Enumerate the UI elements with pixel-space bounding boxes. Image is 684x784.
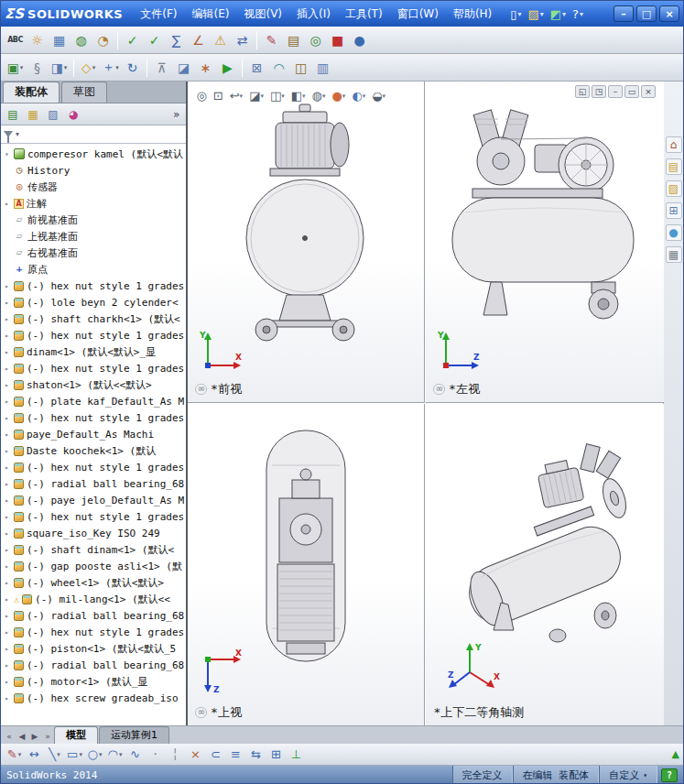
simulation-icon[interactable]: ▶: [217, 57, 238, 78]
menu-help[interactable]: 帮助(H): [447, 4, 498, 25]
expand-arrow-icon[interactable]: ▸: [3, 430, 11, 439]
expand-arrow-icon[interactable]: ▸: [3, 397, 11, 406]
tree-item[interactable]: ▸(-) hex nut style 1 grades: [3, 327, 186, 343]
menu-window[interactable]: 窗口(W): [391, 4, 445, 25]
tree-item[interactable]: ▸shaton<1> (默认<<默认>: [3, 376, 186, 393]
expand-arrow-icon[interactable]: ▸: [3, 694, 11, 702]
tree-item[interactable]: ▸(-) piston<1> (默认<默认_5: [3, 640, 186, 657]
rectangle-icon[interactable]: ▭▾: [65, 745, 84, 764]
last-tab-button[interactable]: »: [41, 729, 54, 744]
filter-caret-icon[interactable]: ▾: [16, 130, 19, 138]
menu-view[interactable]: 视图(V): [237, 4, 288, 25]
expand-arrow-icon[interactable]: ▸: [3, 480, 11, 488]
propertymanager-tab-icon[interactable]: ▦: [24, 105, 42, 124]
compare-icon[interactable]: ⇄: [232, 29, 253, 50]
spelling-icon[interactable]: ABC: [5, 29, 26, 50]
graphics-area[interactable]: ◎⊡↩▾◪▾◫▾◧▾◍▾●▾◐▾◒▾ ◱◳–▭×: [188, 82, 663, 725]
expand-arrow-icon[interactable]: ▸: [3, 200, 11, 208]
tree-item[interactable]: ◷History: [3, 162, 186, 179]
minimize-doc-icon[interactable]: –: [608, 85, 623, 98]
paperclip-icon[interactable]: §: [27, 57, 48, 78]
menu-edit[interactable]: 编辑(E): [186, 4, 236, 25]
hide-show-icon[interactable]: ◍▾: [309, 86, 329, 105]
dimxpert-tab-icon[interactable]: ◕: [64, 105, 82, 124]
close-doc-icon[interactable]: ×: [641, 85, 656, 98]
measure-icon[interactable]: ∠: [188, 29, 209, 50]
section-view-icon[interactable]: ◪▾: [246, 86, 266, 105]
filter-icon[interactable]: [4, 131, 13, 137]
check-doc-icon[interactable]: ✓: [144, 29, 165, 50]
expand-arrow-icon[interactable]: ▸: [3, 513, 11, 521]
expand-arrow-icon[interactable]: ▸: [3, 332, 11, 340]
configurations-tab-icon[interactable]: ▨: [44, 105, 62, 124]
top-view-drawing[interactable]: [228, 427, 384, 670]
curvature-icon[interactable]: ◠: [268, 57, 289, 78]
expand-arrow-icon[interactable]: ▸: [3, 529, 11, 538]
next-tab-button[interactable]: ▶: [28, 729, 41, 744]
menu-tools[interactable]: 工具(T): [339, 4, 389, 25]
centerline-icon[interactable]: ╎: [166, 745, 185, 764]
viewport-top[interactable]: X Z ∞ *上视: [188, 404, 425, 725]
tree-item[interactable]: ▸(-) gap pooste asli<1> (默: [3, 558, 186, 574]
insert-component-icon[interactable]: ▣▾: [5, 57, 26, 78]
tree-item[interactable]: ▸square_iso_Key ISO 249: [3, 525, 186, 541]
help-icon[interactable]: ?▾: [570, 5, 586, 23]
front-view-drawing[interactable]: [219, 99, 393, 348]
line-icon[interactable]: ╲▾: [45, 745, 64, 764]
tree-item[interactable]: ▸(-) hex nut style 1 grades: [3, 624, 186, 640]
tree-item[interactable]: ▸(-) paye jelo_Default_As M: [3, 492, 186, 508]
mate-icon[interactable]: ◇▾: [78, 57, 99, 78]
tree-item[interactable]: ▸(-) motor<1> (默认_显: [3, 673, 186, 690]
tree-root-item[interactable]: ▾ comperesor kamel (默认<默认: [3, 146, 186, 162]
sketch-icon[interactable]: ✎▾: [5, 745, 24, 764]
view-settings-icon[interactable]: ◒▾: [369, 86, 388, 105]
design-library-icon[interactable]: ▤: [666, 158, 682, 175]
apply-scene-icon[interactable]: ◐▾: [349, 86, 368, 105]
restore-right-icon[interactable]: ◳: [592, 85, 606, 98]
expand-arrow-icon[interactable]: ▸: [3, 282, 11, 290]
restore-left-icon[interactable]: ◱: [575, 85, 590, 98]
tree-item[interactable]: ▸(-) radial ball bearing_68: [3, 607, 186, 624]
tree-item[interactable]: ▱前视基准面: [3, 212, 186, 228]
tree-item[interactable]: ▱上视基准面: [3, 228, 186, 245]
expand-arrow-icon[interactable]: ▸: [3, 645, 11, 653]
expand-arrow-icon[interactable]: ▸: [3, 595, 11, 604]
close-button[interactable]: ×: [659, 5, 679, 22]
mirror-entities-icon[interactable]: ⇆: [246, 745, 266, 764]
tree-item[interactable]: ▸A注解: [3, 195, 186, 212]
tree-item[interactable]: ▸⚠(-) mil-lang<1> (默认<<: [3, 591, 186, 607]
tab-sketch[interactable]: 草图: [61, 82, 107, 103]
edit-appearance-icon[interactable]: ●▾: [329, 86, 348, 105]
restore-doc-icon[interactable]: ▭: [624, 85, 639, 98]
tree-item[interactable]: ▸(-) hex nut style 1 grades: [3, 508, 186, 525]
expand-arrow-icon[interactable]: ▸: [3, 496, 11, 505]
expand-arrow-icon[interactable]: ▸: [3, 299, 11, 307]
view-orientation-icon[interactable]: ◫▾: [267, 86, 288, 105]
expand-arrow-icon[interactable]: ▸: [3, 414, 11, 422]
expand-arrow-icon[interactable]: ▸: [3, 381, 11, 389]
expand-arrow-icon[interactable]: ▸: [3, 612, 11, 620]
view-palette-icon[interactable]: ⊞: [666, 202, 682, 219]
featuremanager-tab-icon[interactable]: ▤: [4, 105, 22, 124]
viewport-front[interactable]: Y X ∞ *前视: [188, 82, 425, 403]
tree-item[interactable]: ▸(-) hex nut style 1 grades: [3, 278, 186, 294]
display-style-icon[interactable]: ◧▾: [288, 86, 309, 105]
table-grid-icon[interactable]: ▦: [49, 29, 70, 50]
tree-item[interactable]: ▸(-) shaft charkh<1> (默认<: [3, 310, 186, 327]
publish-icon[interactable]: ◍: [71, 29, 92, 50]
tree-item[interactable]: ▸(-) hex nut style 1 grades: [3, 360, 186, 376]
offset-entities-icon[interactable]: ≡: [226, 745, 245, 764]
hidden-components-icon[interactable]: ◨▾: [49, 57, 70, 78]
design-checker-icon[interactable]: ☼: [27, 29, 48, 50]
prev-tab-button[interactable]: ◀: [16, 729, 28, 744]
tab-motion-study[interactable]: 运动算例1: [99, 726, 169, 744]
snapshot-icon[interactable]: ◫: [290, 57, 311, 78]
expand-arrow-icon[interactable]: ▸: [3, 661, 11, 670]
zoom-area-icon[interactable]: ⊡: [211, 86, 226, 105]
tree-item[interactable]: ◎传感器: [3, 179, 186, 195]
tree-item[interactable]: ▸paye_Default_As Machi: [3, 426, 186, 442]
statistics-icon[interactable]: ∑: [166, 29, 187, 50]
tree-item[interactable]: ▸(-) wheel<1> (默认<默认>: [3, 574, 186, 591]
resources-home-icon[interactable]: ⌂: [666, 136, 682, 153]
custom-properties-icon[interactable]: ▦: [666, 246, 682, 263]
